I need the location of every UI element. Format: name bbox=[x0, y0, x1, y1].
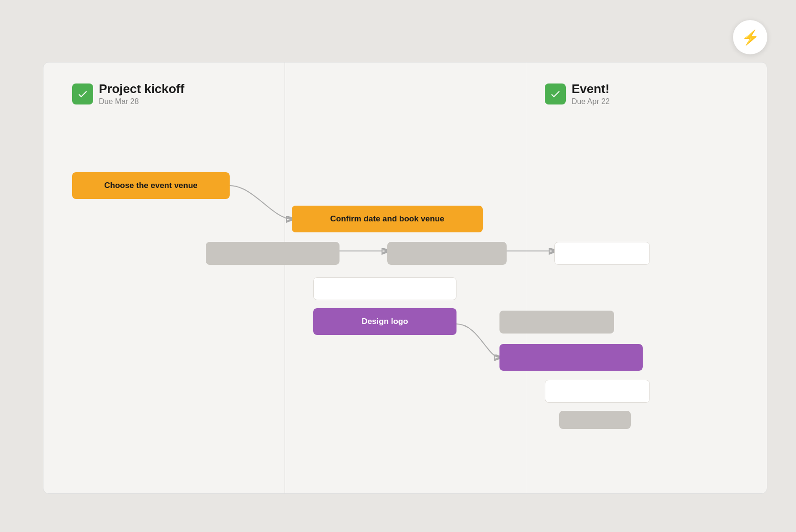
milestone-2-text: Event! Due Apr 22 bbox=[572, 82, 610, 106]
milestone-1-title: Project kickoff bbox=[99, 82, 184, 96]
grid-line-1 bbox=[285, 63, 285, 493]
milestone-1-text: Project kickoff Due Mar 28 bbox=[99, 82, 184, 106]
milestone-2-icon bbox=[545, 83, 566, 104]
task-choose-venue[interactable]: Choose the event venue bbox=[72, 172, 230, 199]
task-design-logo-label: Design logo bbox=[361, 317, 408, 326]
connector-1 bbox=[230, 186, 292, 219]
task-gray-2[interactable] bbox=[387, 242, 507, 265]
task-gray-4[interactable] bbox=[559, 411, 631, 429]
lightning-icon: ⚡ bbox=[742, 29, 759, 46]
milestone-project-kickoff[interactable]: Project kickoff Due Mar 28 bbox=[72, 82, 184, 106]
task-gray-1[interactable] bbox=[206, 242, 340, 265]
milestone-2-due: Due Apr 22 bbox=[572, 97, 610, 106]
task-confirm-venue-label: Confirm date and book venue bbox=[330, 214, 445, 224]
milestone-1-due: Due Mar 28 bbox=[99, 97, 184, 106]
connector-4 bbox=[456, 324, 499, 357]
quick-action-button[interactable]: ⚡ bbox=[733, 20, 767, 54]
task-gray-3[interactable] bbox=[499, 311, 614, 334]
task-choose-venue-label: Choose the event venue bbox=[104, 181, 198, 190]
task-white-3[interactable] bbox=[545, 380, 650, 403]
project-board: Project kickoff Due Mar 28 Event! Due Ap… bbox=[43, 62, 767, 494]
milestone-1-icon bbox=[72, 83, 93, 104]
task-white-1[interactable] bbox=[554, 242, 650, 265]
task-confirm-venue[interactable]: Confirm date and book venue bbox=[292, 206, 483, 232]
grid-line-2 bbox=[526, 63, 526, 493]
task-design-logo[interactable]: Design logo bbox=[313, 308, 456, 335]
milestone-event[interactable]: Event! Due Apr 22 bbox=[545, 82, 610, 106]
milestone-2-title: Event! bbox=[572, 82, 610, 96]
task-white-2[interactable] bbox=[313, 277, 456, 300]
task-purple-2[interactable] bbox=[499, 344, 643, 371]
